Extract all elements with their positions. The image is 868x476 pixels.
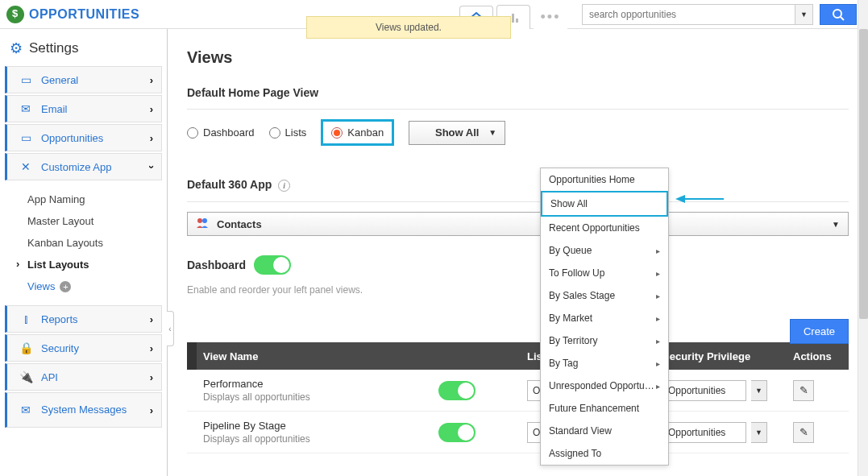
sidebar-item-customize-app[interactable]: ✕Customize App › (5, 153, 162, 180)
info-icon[interactable]: i (278, 180, 290, 192)
search-dropdown[interactable]: ▼ (795, 4, 813, 25)
menu-item-label: Unresponded Opportu… (549, 380, 654, 391)
pencil-icon: ✎ (799, 384, 808, 396)
menu-item[interactable]: Unresponded Opportu…▸ (541, 375, 668, 397)
sidebar-item-security[interactable]: 🔒Security › (5, 334, 162, 362)
chevron-right-icon: › (150, 132, 153, 144)
radio-lists[interactable]: Lists (269, 126, 307, 139)
sub-app-naming[interactable]: App Naming (27, 188, 162, 210)
row-toggle[interactable] (438, 381, 476, 400)
chevron-right-icon: › (150, 103, 153, 115)
menu-item[interactable]: Standard View (541, 420, 668, 442)
menu-item[interactable]: By Tag▸ (541, 352, 668, 375)
svg-rect-1 (512, 14, 514, 23)
svg-line-4 (841, 17, 844, 20)
dashboard-toggle[interactable] (254, 255, 291, 275)
menu-item-label: By Sales Stage (549, 290, 615, 301)
search-button[interactable] (820, 4, 857, 25)
menu-item[interactable]: Opportunities Home (541, 168, 668, 191)
sub-list-layouts[interactable]: List Layouts (27, 254, 162, 275)
view-filter-dropdown[interactable]: Show All ▼ (409, 121, 505, 145)
menu-item[interactable]: By Territory▸ (541, 329, 668, 352)
menu-item-label: Future Enhancement (549, 403, 639, 414)
chevron-right-icon: › (150, 404, 153, 416)
col-security: Security Privilege (662, 350, 793, 362)
vertical-scrollbar[interactable] (858, 0, 868, 476)
tab-more[interactable]: ••• (534, 5, 567, 29)
edit-row-button[interactable]: ✎ (793, 380, 814, 401)
sidebar-item-label: Opportunities (41, 132, 103, 144)
menu-item[interactable]: Assigned To (541, 442, 668, 465)
brand-title: OPPORTUNITIES (29, 7, 139, 22)
menu-item-label: Assigned To (549, 448, 601, 459)
chart-icon: ⫿ (19, 313, 33, 325)
edit-row-button[interactable]: ✎ (793, 422, 814, 443)
row-desc: Displays all opportunities (203, 433, 438, 445)
scrollbar-thumb[interactable] (859, 29, 868, 319)
chevron-right-icon: › (150, 313, 153, 325)
menu-item-label: Standard View (549, 425, 612, 437)
security-select[interactable]: Opportunities (662, 422, 746, 443)
menu-item[interactable]: Future Enhancement (541, 397, 668, 420)
menu-item-label: By Market (549, 313, 592, 324)
sidebar-title-text: Settings (29, 40, 78, 56)
sidebar-item-label: Reports (41, 313, 78, 325)
menu-item-label: Show All (550, 198, 588, 209)
chevron-down-icon: › (145, 165, 157, 168)
sidebar-title: ⚙ Settings (0, 34, 167, 64)
people-icon (196, 217, 210, 231)
dashboard-hint: Enable and reorder your left panel views… (187, 284, 849, 296)
lock-icon: 🔒 (19, 341, 33, 354)
menu-item[interactable]: Show All (541, 191, 668, 217)
triangle-down-icon: ▼ (832, 220, 840, 229)
views-table-header: View Name List Layout Security Privilege… (187, 342, 849, 370)
svg-point-6 (202, 218, 207, 223)
envelope-icon: ✉ (19, 404, 33, 416)
security-select[interactable]: Opportunities (662, 380, 746, 401)
sidebar-item-reports[interactable]: ⫿Reports › (5, 305, 162, 333)
sub-views[interactable]: Views + (27, 275, 162, 297)
menu-item[interactable]: By Market▸ (541, 307, 668, 329)
default-view-row: Dashboard Lists Kanban Show All ▼ (187, 119, 849, 146)
sub-kanban-layouts[interactable]: Kanban Layouts (27, 232, 162, 254)
page-title: Views (187, 48, 849, 67)
select-caret[interactable]: ▼ (751, 380, 767, 401)
plus-badge-icon[interactable]: + (60, 281, 71, 292)
radio-dashboard[interactable]: Dashboard (187, 126, 255, 139)
menu-item[interactable]: Recent Opportunities (541, 217, 668, 239)
sub-views-label: Views (27, 280, 55, 292)
select-caret[interactable]: ▼ (751, 422, 767, 443)
sidebar-item-opportunities[interactable]: ▭Opportunities › (5, 124, 162, 151)
envelope-icon: ✉ (19, 102, 33, 115)
menu-item[interactable]: To Follow Up▸ (541, 262, 668, 284)
menu-item-label: To Follow Up (549, 267, 604, 279)
sidebar-item-api[interactable]: 🔌API › (5, 363, 162, 391)
menu-item-label: Recent Opportunities (549, 222, 640, 234)
radio-kanban[interactable]: Kanban (321, 119, 394, 146)
row-name: Performance (203, 378, 438, 390)
sidebar: ⚙ Settings ▭General › ✉Email › ▭Opportun… (0, 29, 168, 476)
view-filter-menu: Opportunities HomeShow AllRecent Opportu… (540, 168, 669, 466)
menu-item-label: By Territory (549, 335, 597, 346)
menu-item[interactable]: By Sales Stage▸ (541, 284, 668, 307)
triangle-down-icon: ▼ (488, 128, 496, 137)
create-button[interactable]: Create (790, 319, 849, 344)
radio-input[interactable] (269, 127, 280, 139)
search-input[interactable] (582, 4, 795, 25)
sub-master-layout[interactable]: Master Layout (27, 210, 162, 232)
svg-point-5 (197, 218, 202, 223)
default-360-combo[interactable]: Contacts ▼ (187, 212, 849, 236)
dots-icon: ••• (541, 9, 561, 26)
layout-icon: ▭ (19, 131, 33, 144)
menu-item[interactable]: By Queue▸ (541, 239, 668, 262)
radio-selected-icon (331, 127, 343, 139)
combo-value: Contacts (217, 218, 262, 230)
row-toggle[interactable] (438, 423, 476, 442)
col-view-name: View Name (197, 350, 438, 362)
default-360-heading: Default 360 App i (187, 178, 849, 192)
plug-icon: 🔌 (19, 370, 33, 383)
sidebar-item-system-messages[interactable]: ✉System Messages › (5, 392, 162, 428)
radio-input[interactable] (187, 127, 198, 139)
sidebar-item-email[interactable]: ✉Email › (5, 95, 162, 122)
sidebar-item-general[interactable]: ▭General › (5, 66, 162, 93)
